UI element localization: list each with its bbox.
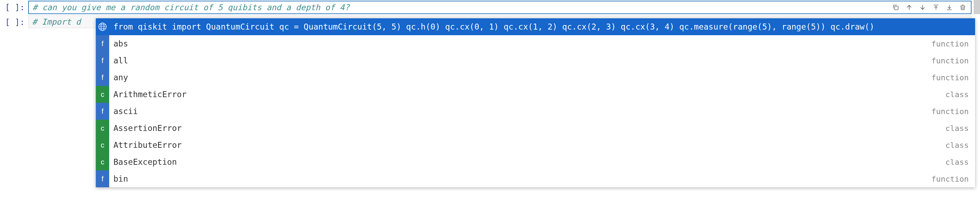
function-icon: f xyxy=(96,103,109,120)
autocomplete-item[interactable]: c AttributeError class xyxy=(96,137,975,153)
copy-icon[interactable] xyxy=(889,2,902,13)
autocomplete-item[interactable]: f abs function xyxy=(96,35,975,52)
cell-toolbar xyxy=(889,2,969,13)
insert-above-icon[interactable] xyxy=(929,2,943,13)
autocomplete-item[interactable]: f all function xyxy=(96,52,975,69)
function-icon: f xyxy=(96,52,109,69)
class-icon: c xyxy=(96,120,109,137)
autocomplete-label: AssertionError xyxy=(109,124,945,133)
autocomplete-type: function xyxy=(931,107,975,116)
autocomplete-type: class xyxy=(945,90,975,99)
svg-rect-0 xyxy=(895,6,898,10)
code-comment: # Import d xyxy=(32,17,81,26)
ai-suggestion-icon xyxy=(96,18,109,35)
arrow-up-icon[interactable] xyxy=(902,2,916,13)
cell-prompt: [ ]: xyxy=(0,16,28,27)
function-icon: f xyxy=(96,69,109,86)
autocomplete-item[interactable]: c BaseException class xyxy=(96,153,975,170)
autocomplete-label: ArithmeticError xyxy=(109,90,945,99)
autocomplete-item[interactable]: f bin function xyxy=(96,170,975,187)
scrollbar-gutter xyxy=(974,0,980,14)
autocomplete-label: any xyxy=(109,73,931,82)
autocomplete-type: function xyxy=(931,40,975,48)
autocomplete-item[interactable]: f ascii function xyxy=(96,103,975,120)
autocomplete-item[interactable]: f any function xyxy=(96,69,975,86)
autocomplete-type: class xyxy=(945,141,975,150)
cell-prompt: [ ]: xyxy=(0,1,28,12)
insert-below-icon[interactable] xyxy=(943,2,956,13)
autocomplete-type: function xyxy=(931,175,975,183)
class-icon: c xyxy=(96,86,109,103)
function-icon: f xyxy=(96,35,109,52)
autocomplete-label: all xyxy=(109,56,931,65)
autocomplete-type: class xyxy=(945,158,975,167)
class-icon: c xyxy=(96,137,109,153)
autocomplete-type: function xyxy=(931,56,975,65)
autocomplete-item[interactable]: c ArithmeticError class xyxy=(96,86,975,103)
autocomplete-item[interactable]: c AssertionError class xyxy=(96,120,975,137)
arrow-down-icon[interactable] xyxy=(916,2,929,13)
trash-icon[interactable] xyxy=(956,2,969,13)
autocomplete-item-ai-suggestion[interactable]: from qiskit import QuantumCircuit qc = Q… xyxy=(96,18,975,35)
cell-body[interactable]: # can you give me a random circuit of 5 … xyxy=(28,1,972,14)
autocomplete-type: class xyxy=(945,124,975,133)
function-icon: f xyxy=(96,170,109,187)
autocomplete-type: function xyxy=(931,73,975,82)
autocomplete-label: ascii xyxy=(109,107,931,116)
autocomplete-label: abs xyxy=(109,39,931,48)
code-line[interactable]: # can you give me a random circuit of 5 … xyxy=(29,2,971,13)
autocomplete-label: AttributeError xyxy=(109,140,945,150)
autocomplete-label: bin xyxy=(109,174,931,183)
cell-0: [ ]: # can you give me a random circuit … xyxy=(0,0,980,15)
autocomplete-label: BaseException xyxy=(109,158,945,167)
class-icon: c xyxy=(96,153,109,170)
autocomplete-label: from qiskit import QuantumCircuit qc = Q… xyxy=(109,22,969,31)
autocomplete-popup: from qiskit import QuantumCircuit qc = Q… xyxy=(96,18,975,187)
code-comment: # can you give me a random circuit of 5 … xyxy=(32,3,350,12)
